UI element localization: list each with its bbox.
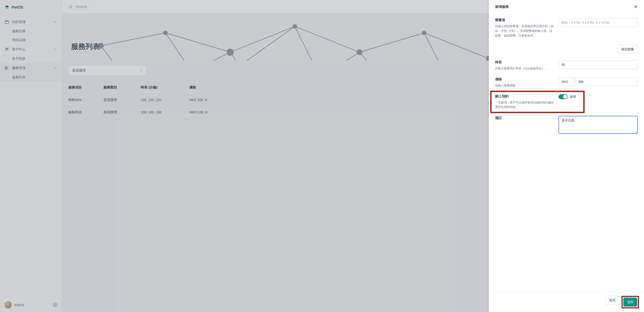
- save-button[interactable]: 儲存: [623, 298, 637, 307]
- nav-group-reservation: 預約管理 服務日曆 預約記錄: [0, 17, 62, 44]
- cell-name: 貓貓美容: [68, 110, 100, 115]
- col-category: 服務類別: [104, 85, 137, 90]
- scissors-icon: [4, 66, 9, 70]
- svg-point-33: [422, 31, 426, 35]
- cell-category: 美容護理: [104, 110, 137, 115]
- users-icon: [4, 47, 9, 52]
- nav-header-reservation[interactable]: 預約管理: [0, 17, 62, 27]
- nav-label: 預約管理: [12, 20, 26, 24]
- field-duration: 時長 請輸入服務預計時長（以分鐘為單位）。: [495, 57, 638, 74]
- cell-duration: 120, 120, 120: [141, 98, 186, 102]
- cell-category: 美容護理: [104, 98, 137, 102]
- page-title: 服務列表: [71, 42, 100, 52]
- confirm-variable-button[interactable]: 確認變量: [618, 45, 638, 54]
- online-label: 網上預約: [495, 94, 554, 99]
- brand-logo[interactable]: PetOS: [0, 0, 62, 15]
- svg-point-29: [164, 31, 167, 35]
- nav-item-calendar[interactable]: 服務日曆: [0, 27, 62, 36]
- nav-header-service[interactable]: 服務管理: [0, 63, 62, 73]
- category-select[interactable]: 美容護理: [68, 66, 146, 75]
- price-label: 價格: [495, 77, 554, 81]
- sidebar-nav: 預約管理 服務日曆 預約記錄 客戶中心 客戶列表: [0, 15, 62, 298]
- svg-line-8: [166, 33, 230, 52]
- svg-point-32: [357, 50, 362, 55]
- tutorial-highlight-save: 儲存: [622, 296, 639, 309]
- calendar-icon: [4, 20, 9, 24]
- sidebar: PetOS 預約管理 服務日曆 預約記錄 客戶中心: [0, 0, 62, 312]
- cell-name: 狗狗SPA: [68, 98, 100, 102]
- svg-line-25: [140, 52, 230, 61]
- svg-line-11: [360, 33, 424, 52]
- field-online-booking: 網上預約 一旦啟用，客戶可以隨時使用店鋪的預約連結選擇合適的時段 啟用: [495, 91, 638, 113]
- svg-point-31: [293, 24, 297, 28]
- svg-line-19: [424, 33, 463, 61]
- search-icon: [68, 4, 73, 9]
- add-service-drawer: 新增服務 ✕ 變量值 請輸入體型變量值，多個值請用逗號分割（例如，中型, 小型）…: [489, 0, 644, 312]
- remark-label: 備註: [495, 116, 554, 120]
- svg-line-16: [230, 52, 269, 61]
- duration-input[interactable]: [558, 60, 638, 69]
- field-remark: 備註: [495, 113, 638, 137]
- svg-rect-0: [5, 21, 8, 23]
- svg-point-2: [7, 48, 8, 49]
- price-desc: 請輸入服務價格: [495, 83, 554, 88]
- col-name: 服務項目: [68, 85, 100, 90]
- nav-label: 服務管理: [12, 66, 26, 70]
- svg-line-26: [269, 52, 360, 61]
- svg-line-10: [295, 26, 360, 52]
- svg-line-7: [101, 33, 166, 46]
- col-duration: 時長 (分鐘): [141, 85, 186, 90]
- drawer-body: 變量值 請輸入體型變量值，多個值請用逗號分割（例如，中型, 小型）。完成變量值的…: [489, 13, 644, 292]
- footer-label: PetOS: [14, 303, 50, 307]
- nav-item-records[interactable]: 預約記錄: [0, 36, 62, 44]
- chevron-down-icon: [54, 20, 57, 24]
- online-desc: 一旦啟用，客戶可以隨時使用店鋪的預約連結選擇合適的時段: [495, 100, 554, 110]
- chevron-down-icon: [54, 66, 57, 70]
- cell-duration: 100, 120, 130: [141, 110, 186, 115]
- svg-point-4: [5, 69, 6, 70]
- gear-icon[interactable]: [53, 303, 57, 307]
- svg-point-6: [69, 5, 72, 8]
- nav-group-customer: 客戶中心 客戶列表: [0, 44, 62, 63]
- online-toggle[interactable]: [558, 94, 568, 99]
- svg-line-18: [360, 52, 398, 61]
- nav-header-customer[interactable]: 客戶中心: [0, 44, 62, 54]
- svg-line-14: [101, 46, 140, 61]
- sidebar-footer: PetOS: [0, 298, 62, 312]
- drawer-header: 新增服務 ✕: [489, 0, 644, 13]
- drawer-footer: 返回 儲存: [489, 292, 644, 312]
- svg-line-17: [295, 26, 334, 61]
- nav-item-customer-list[interactable]: 客戶列表: [0, 54, 62, 63]
- svg-line-12: [424, 33, 489, 59]
- app-root: PetOS 預約管理 服務日曆 預約記錄 客戶中心: [0, 0, 644, 312]
- variable-label: 變量值: [495, 18, 554, 22]
- field-variable: 變量值 請輸入體型變量值，多個值請用逗號分割（例如，中型, 小型）。完成變量值的…: [495, 15, 638, 57]
- duration-label: 時長: [495, 60, 554, 64]
- back-button[interactable]: 返回: [605, 296, 619, 305]
- close-icon[interactable]: ✕: [634, 4, 638, 9]
- variable-input[interactable]: [558, 18, 638, 27]
- nav-group-service: 服務管理 服務列表: [0, 63, 62, 82]
- select-value: 美容護理: [72, 68, 86, 73]
- search-placeholder: Search...: [76, 5, 90, 9]
- nav-label: 客戶中心: [12, 47, 26, 52]
- price-input[interactable]: [575, 77, 638, 86]
- global-search[interactable]: Search...: [68, 4, 90, 9]
- select-chevron-icon: [140, 69, 143, 72]
- svg-point-5: [55, 304, 56, 306]
- layers-icon: [4, 5, 10, 10]
- avatar[interactable]: [4, 301, 12, 309]
- drawer-title: 新增服務: [495, 5, 509, 9]
- svg-point-30: [227, 49, 234, 55]
- svg-line-9: [230, 26, 295, 52]
- remark-input[interactable]: [558, 116, 638, 134]
- currency-input[interactable]: [558, 77, 574, 86]
- brand-name: PetOS: [12, 5, 23, 10]
- svg-point-1: [6, 48, 7, 49]
- nav-item-service-list[interactable]: 服務列表: [0, 73, 62, 82]
- chevron-down-icon: [54, 48, 57, 51]
- duration-desc: 請輸入服務預計時長（以分鐘為單位）。: [495, 66, 554, 71]
- toggle-state: 啟用: [570, 95, 576, 99]
- svg-line-15: [166, 33, 204, 61]
- variable-desc: 請輸入體型變量值，多個值請用逗號分割（例如，中型, 小型）。完成變量值的輸入後，…: [495, 24, 554, 38]
